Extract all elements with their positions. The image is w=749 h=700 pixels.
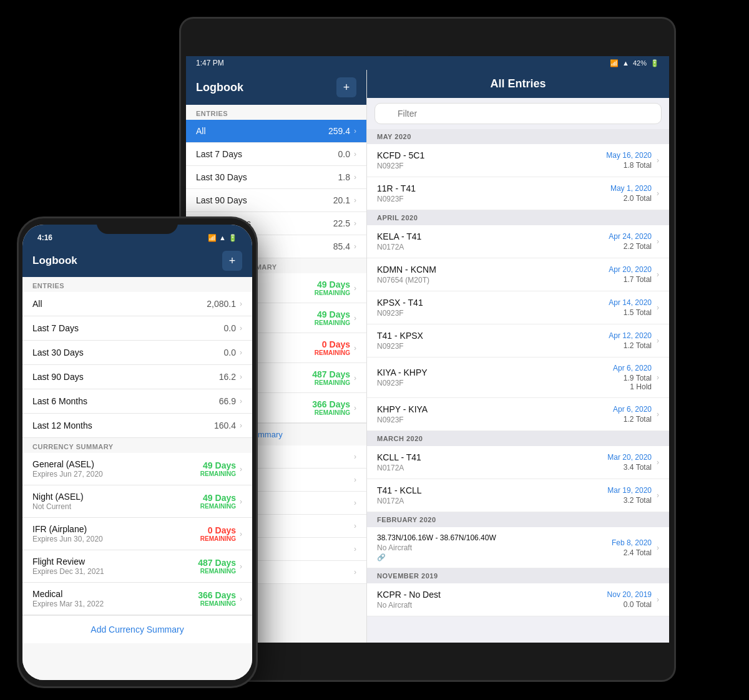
phone-item-6months[interactable]: Last 6 Months 66.9 › xyxy=(22,389,252,414)
chevron-phone-night: › xyxy=(240,497,242,506)
tablet-currency-review-badge: 487 Days REMAINING xyxy=(312,369,350,386)
phone-content: ENTRIES All 2,080.1 › Last 7 Days 0.0 › … xyxy=(22,277,252,680)
entry-coords-sub: No Aircraft xyxy=(377,543,496,552)
entry-kpsx1[interactable]: KPSX - T41 N0923F Apr 14, 2020 1.5 Total… xyxy=(367,291,669,324)
phone-item-all[interactable]: All 2,080.1 › xyxy=(22,292,252,316)
entry-kcll1[interactable]: KCLL - T41 N0172A Mar 20, 2020 3.4 Total… xyxy=(367,446,669,479)
phone-status-right: 📶 ▲ 🔋 xyxy=(208,234,237,242)
phone-right-all: 2,080.1 › xyxy=(207,299,242,309)
entry-kcpr[interactable]: KCPR - No Dest No Aircraft Nov 20, 2019 … xyxy=(367,583,669,616)
entry-t41kpsx-date: Apr 12, 2020 xyxy=(609,331,652,340)
entry-kiya1-sub: N0923F xyxy=(377,379,428,387)
chevron-kpsx1: › xyxy=(657,303,659,312)
entry-t41kcll[interactable]: T41 - KCLL N0172A Mar 19, 2020 3.2 Total… xyxy=(367,479,669,512)
phone-currency-med[interactable]: Medical Expires Mar 31, 2022 366 Days RE… xyxy=(22,583,252,615)
phone-currency-fr-sub: Expires Dec 31, 2021 xyxy=(32,567,104,576)
entry-kcpr-total: 0.0 Total xyxy=(607,600,652,609)
tablet-sidebar-value-90days: 20.1 xyxy=(333,195,350,205)
phone-right-7days: 0.0 › xyxy=(224,323,242,333)
battery-text: 42% xyxy=(633,59,647,67)
entry-kcpr-info: Nov 20, 2019 0.0 Total xyxy=(607,590,652,609)
phone-ifr-badge: 0 Days REMAINING xyxy=(200,525,236,542)
phone-item-30days[interactable]: Last 30 Days 0.0 › xyxy=(22,341,252,365)
tablet-sidebar-item-30days[interactable]: Last 30 Days 1.8 › xyxy=(186,166,366,189)
phone-signal-icon: ▲ xyxy=(219,234,226,241)
phone-right-30days: 0.0 › xyxy=(224,348,242,357)
entry-khpy-title: KHPY - KIYA xyxy=(377,404,428,414)
tablet-el-days: 49 Days xyxy=(315,309,350,319)
entry-kcfd-date: May 16, 2020 xyxy=(606,151,652,160)
entry-kdmn[interactable]: KDMN - KCNM N07654 (M20T) Apr 20, 2020 1… xyxy=(367,258,669,291)
chevron-phone-12months: › xyxy=(240,421,242,430)
phone-item-90days[interactable]: Last 90 Days 16.2 › xyxy=(22,365,252,389)
tablet-currency-medical-badge: 366 Days REMAINING xyxy=(312,399,350,416)
chevron-phone-7days: › xyxy=(240,324,242,333)
phone-value-all: 2,080.1 xyxy=(207,299,236,309)
tablet-asel-days: 49 Days xyxy=(315,280,350,289)
phone-notch xyxy=(97,218,178,234)
chevron-reports: › xyxy=(354,452,356,461)
entry-t41kpsx[interactable]: T41 - KPSX N0923F Apr 12, 2020 1.2 Total… xyxy=(367,324,669,357)
tablet-content: Logbook + ENTRIES All 259.4 › Last 7 Day… xyxy=(186,70,669,643)
phone-currency-fr-right: 487 Days REMAINING › xyxy=(198,558,242,575)
tablet-sidebar-item-90days[interactable]: Last 90 Days 20.1 › xyxy=(186,189,366,212)
phone-currency-asel[interactable]: General (ASEL) Expires Jun 27, 2020 49 D… xyxy=(22,453,252,485)
tablet-ine-days: 0 Days xyxy=(315,339,350,349)
entry-kela-sub: N0172A xyxy=(377,243,421,251)
entry-t41kpsx-title: T41 - KPSX xyxy=(377,331,423,341)
phone-currency-night-title: Night (ASEL) xyxy=(32,492,84,502)
filter-input[interactable] xyxy=(374,103,662,124)
phone-currency-fr[interactable]: Flight Review Expires Dec 31, 2021 487 D… xyxy=(22,550,252,583)
chevron-icon-7days: › xyxy=(354,150,356,158)
phone-currency-ifr-sub: Expires Jun 30, 2020 xyxy=(32,535,103,543)
entry-11r-left: 11R - T41 N0923F xyxy=(377,183,416,203)
entry-khpy[interactable]: KHPY - KIYA N0923F Apr 6, 2020 1.2 Total… xyxy=(367,398,669,431)
phone-currency-night[interactable]: Night (ASEL) Not Current 49 Days REMAINI… xyxy=(22,485,252,518)
month-header-feb: FEBRUARY 2020 xyxy=(367,512,669,527)
phone-add-currency[interactable]: Add Currency Summary xyxy=(22,615,252,643)
phone-item-7days[interactable]: Last 7 Days 0.0 › xyxy=(22,316,252,341)
chevron-phone-ifr: › xyxy=(240,530,242,538)
entry-11r[interactable]: 11R - T41 N0923F May 1, 2020 2.0 Total › xyxy=(367,177,669,210)
entry-khpy-right: Apr 6, 2020 1.2 Total › xyxy=(613,405,659,424)
chevron-aircraft: › xyxy=(354,475,356,484)
chevron-kiya1: › xyxy=(657,373,659,382)
tablet-entries-label: ENTRIES xyxy=(186,105,366,120)
phone-right-6months: 66.9 › xyxy=(219,396,242,406)
phone-currency-med-sub: Expires Mar 31, 2022 xyxy=(32,600,104,608)
tablet-sidebar-right-all: 259.4 › xyxy=(328,126,356,136)
phone-currency-asel-sub: Expires Jun 27, 2020 xyxy=(32,470,103,479)
entry-t41kpsx-left: T41 - KPSX N0923F xyxy=(377,331,423,351)
entry-kela[interactable]: KELA - T41 N0172A Apr 24, 2020 2.2 Total… xyxy=(367,225,669,258)
battery-icon: 🔋 xyxy=(650,59,659,67)
phone-currency-ifr[interactable]: IFR (Airplane) Expires Jun 30, 2020 0 Da… xyxy=(22,518,252,550)
tablet-add-button[interactable]: + xyxy=(336,77,356,97)
chevron-khpy: › xyxy=(657,410,659,419)
entry-kcfd[interactable]: KCFD - 5C1 N0923F May 16, 2020 1.8 Total… xyxy=(367,144,669,177)
entry-kiya1[interactable]: KIYA - KHPY N0923F Apr 6, 2020 1.9 Total… xyxy=(367,357,669,398)
entry-kcfd-total: 1.8 Total xyxy=(606,161,652,170)
tablet-sidebar-item-all[interactable]: All 259.4 › xyxy=(186,120,366,143)
phone-currency-fr-title: Flight Review xyxy=(32,557,104,566)
entry-coords[interactable]: 38.73N/106.16W - 38.67N/106.40W No Aircr… xyxy=(367,527,669,568)
phone-label-90days: Last 90 Days xyxy=(32,372,84,382)
entry-kiya1-title: KIYA - KHPY xyxy=(377,367,428,377)
chevron-icon-ine: › xyxy=(354,344,356,352)
tablet-medical-remaining: REMAINING xyxy=(312,409,350,416)
entry-t41kcll-date: Mar 19, 2020 xyxy=(607,486,652,495)
tablet-currency-el-badge: 49 Days REMAINING xyxy=(315,309,350,326)
phone-med-badge: 366 Days REMAINING xyxy=(198,590,236,607)
entry-kiya1-date: Apr 6, 2020 xyxy=(613,364,652,372)
tablet-sidebar-item-7days[interactable]: Last 7 Days 0.0 › xyxy=(186,143,366,166)
entry-t41kcll-info: Mar 19, 2020 3.2 Total xyxy=(607,486,652,505)
tablet-sidebar-label-90days: Last 90 Days xyxy=(196,195,247,205)
entry-khpy-sub: N0923F xyxy=(377,416,428,424)
chevron-icon-30days: › xyxy=(354,173,356,182)
chevron-icon-all: › xyxy=(354,127,356,135)
tablet-review-days: 487 Days xyxy=(312,369,350,379)
phone-right-90days: 16.2 › xyxy=(219,372,242,382)
phone-currency-asel-left: General (ASEL) Expires Jun 27, 2020 xyxy=(32,459,103,479)
tablet-sidebar-header: Logbook + xyxy=(186,70,366,105)
phone-add-button[interactable]: + xyxy=(222,251,242,271)
phone-item-12months[interactable]: Last 12 Months 160.4 › xyxy=(22,414,252,438)
